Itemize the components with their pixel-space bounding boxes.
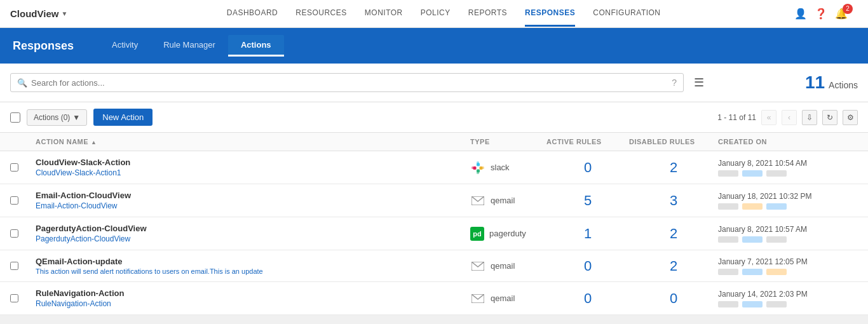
select-all-checkbox[interactable] [10,112,20,123]
action-name-main[interactable]: CloudView-Slack-Action [36,158,470,167]
nav-configuration[interactable]: CONFIGURATION [593,1,660,27]
tab-actions[interactable]: Actions [228,35,284,57]
disabled-rules-cell: 2 [629,159,718,176]
col-header-check [10,138,36,145]
action-name-sub[interactable]: PagerdutyAction-CloudView [36,234,470,243]
nav-dashboard[interactable]: DASHBOARD [227,1,278,27]
action-name-cell: Email-Action-CloudView Email-Action-Clou… [36,191,470,210]
row-checkbox[interactable] [10,262,18,270]
date-sub-box-2 [742,269,763,275]
dropdown-caret-icon: ▼ [72,113,80,122]
search-area: 🔍 ? ☰ 11 Actions [0,64,868,102]
disabled-rules-cell: 2 [629,226,718,242]
help-icon[interactable]: ❓ [815,8,827,20]
date-text: January 8, 2021 10:57 AM [718,225,858,234]
slack-type-icon [470,160,485,175]
table-header-row: ACTION NAME TYPE ACTIVE RULES DISABLED R… [0,133,868,151]
row-checkbox-cell [10,163,36,172]
sort-asc-icon [91,138,97,145]
settings-button[interactable]: ⚙ [843,110,858,125]
date-sub-box-3 [766,269,787,275]
active-rules-cell: 0 [546,290,629,307]
table-row: QEmail-Action-update This action will se… [0,250,868,282]
row-checkbox[interactable] [10,294,18,302]
row-checkbox-cell [10,294,36,302]
menu-icon[interactable]: ☰ [694,76,704,90]
col-header-disabled-rules: DISABLED RULES [629,138,718,145]
action-count-display: 11 Actions [805,72,858,93]
nav-monitor[interactable]: MONITOR [365,1,403,27]
table-row: PagerdutyAction-CloudView PagerdutyActio… [0,217,868,250]
disabled-rules-cell: 0 [629,290,718,307]
active-rules-cell: 0 [546,159,629,176]
nav-right-icons: 👤 ❓ 🔔 2 [794,8,858,20]
actions-dropdown[interactable]: Actions (0) ▼ [27,109,87,126]
row-checkbox-cell [10,196,36,205]
row-checkbox[interactable] [10,229,18,238]
date-sub-box-2 [742,170,763,177]
date-sub-box-1 [718,170,738,177]
search-input[interactable] [31,78,667,88]
actions-table: ACTION NAME TYPE ACTIVE RULES DISABLED R… [0,133,868,315]
date-sub-box-1 [718,269,738,275]
action-name-main[interactable]: Email-Action-CloudView [36,191,470,200]
nav-reports[interactable]: REPORTS [468,1,507,27]
active-rules-cell: 0 [546,258,629,274]
action-name-cell: RuleNavigation-Action RuleNavigation-Act… [36,288,470,308]
date-sub-box-3 [766,170,787,177]
created-on-cell: January 8, 2021 10:57 AM [718,225,858,243]
search-help-icon[interactable]: ? [672,78,677,88]
date-text: January 18, 2021 10:32 PM [718,192,858,201]
type-cell: slack [470,160,546,175]
date-sub-boxes [718,203,858,210]
action-name-cell: QEmail-Action-update This action will se… [36,257,470,275]
action-name-main[interactable]: QEmail-Action-update [36,257,470,266]
row-checkbox[interactable] [10,196,18,205]
brand-logo[interactable]: CloudView ▼ [10,8,67,19]
type-label: qemail [491,294,515,303]
new-action-button[interactable]: New Action [93,109,153,126]
created-on-cell: January 14, 2021 2:03 PM [718,290,858,307]
prev-page-button[interactable]: ‹ [782,110,797,125]
date-text: January 14, 2021 2:03 PM [718,290,858,299]
prev-first-page-button[interactable]: « [761,110,776,125]
tab-activity[interactable]: Activity [99,35,151,57]
active-rules-cell: 1 [546,226,629,242]
refresh-button[interactable]: ↻ [822,110,837,125]
header-tabs: Activity Rule Manager Actions [99,35,284,57]
email-type-icon [470,193,485,208]
page-header: Responses Activity Rule Manager Actions [0,28,868,64]
search-box-container: 🔍 ? [10,73,684,92]
date-text: January 8, 2021 10:54 AM [718,159,858,168]
table-toolbar: Actions (0) ▼ New Action 1 - 11 of 11 « … [0,102,868,133]
action-name-main[interactable]: PagerdutyAction-CloudView [36,224,470,233]
date-sub-box-2 [742,301,763,307]
nav-resources[interactable]: RESOURCES [295,1,347,27]
created-on-cell: January 18, 2021 10:32 PM [718,192,858,210]
action-name-main[interactable]: RuleNavigation-Action [36,288,470,298]
col-header-type: TYPE [470,138,546,145]
brand-name: CloudView [10,8,58,19]
col-header-action-name-label: ACTION NAME [36,138,88,145]
pagination-text: 1 - 11 of 11 [717,113,756,122]
action-name-sub[interactable]: RuleNavigation-Action [36,299,470,308]
action-name-sub[interactable]: CloudView-Slack-Action1 [36,168,470,177]
type-label: slack [491,163,510,172]
table-row: Email-Action-CloudView Email-Action-Clou… [0,184,868,217]
nav-policy[interactable]: POLICY [421,1,451,27]
col-header-action-name[interactable]: ACTION NAME [36,138,470,145]
tab-rule-manager[interactable]: Rule Manager [151,35,228,57]
row-checkbox[interactable] [10,163,18,172]
user-icon[interactable]: 👤 [794,8,807,20]
main-nav: DASHBOARD RESOURCES MONITOR POLICY REPOR… [93,1,794,27]
nav-responses[interactable]: RESPONSES [525,1,575,27]
svg-rect-6 [482,166,484,169]
action-name-sub[interactable]: Email-Action-CloudView [36,201,470,210]
action-count-number: 11 [805,72,825,93]
download-button[interactable]: ⇩ [802,110,817,125]
svg-rect-4 [471,166,474,169]
date-sub-box-3 [766,301,787,307]
type-label: pagerduty [489,229,526,238]
created-on-cell: January 7, 2021 12:05 PM [718,257,858,275]
brand-dropdown-icon[interactable]: ▼ [61,10,67,17]
